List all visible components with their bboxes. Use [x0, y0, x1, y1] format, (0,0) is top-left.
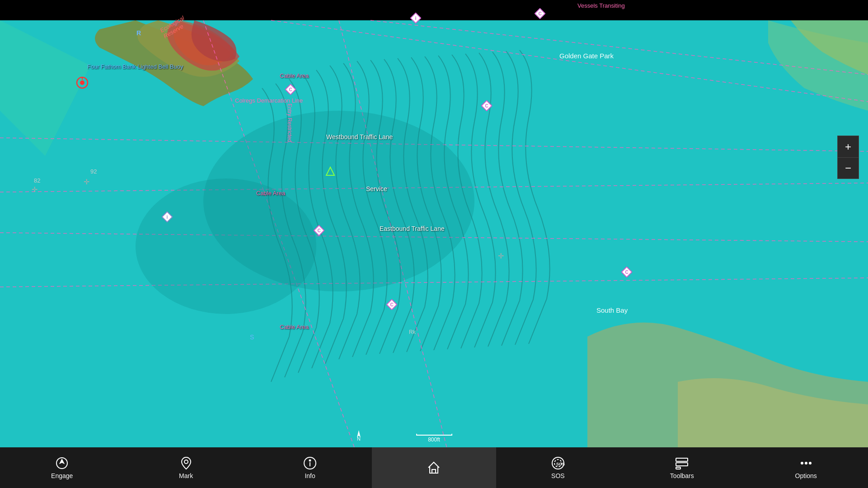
move-marker-1: ✛ — [84, 178, 89, 186]
bottom-toolbar: Engage Mark Info — [0, 447, 868, 488]
svg-text:SOS: SOS — [556, 462, 565, 466]
options-label: Options — [795, 472, 817, 479]
home-icon — [427, 460, 441, 475]
svg-text:N: N — [357, 436, 361, 441]
options-icon — [799, 456, 813, 470]
svg-point-36 — [184, 460, 188, 464]
svg-point-47 — [801, 462, 803, 465]
compass: N — [354, 429, 364, 443]
svg-text:C: C — [390, 302, 393, 307]
toolbars-icon — [675, 456, 689, 470]
svg-point-11 — [136, 178, 316, 314]
move-marker-3: ✛ — [498, 252, 504, 260]
svg-text:i: i — [167, 215, 168, 220]
svg-rect-46 — [676, 467, 680, 469]
svg-text:C: C — [289, 87, 292, 92]
sos-label: SOS — [551, 472, 565, 479]
zoom-out-button[interactable]: − — [837, 157, 859, 179]
c-diamond-1[interactable]: C — [535, 8, 545, 21]
navigate-icon — [55, 456, 69, 470]
scale-bar: 800ft — [416, 434, 452, 443]
svg-rect-40 — [432, 469, 436, 473]
engage-button[interactable]: Engage — [0, 447, 124, 488]
engage-label: Engage — [51, 472, 73, 479]
svg-marker-15 — [326, 167, 334, 175]
svg-rect-44 — [676, 458, 688, 461]
map-container: Four Fathom Bank Lighted Bell Buoy Ecolo… — [0, 0, 868, 488]
svg-text:i: i — [415, 15, 416, 21]
c-diamond-4[interactable]: C — [314, 225, 324, 238]
info-label: Info — [305, 472, 315, 479]
info-button[interactable]: Info — [248, 447, 372, 488]
toolbars-label: Toolbars — [670, 472, 694, 479]
svg-text:C: C — [625, 270, 628, 275]
info-diamond-1[interactable]: i — [410, 13, 421, 25]
c-diamond-2[interactable]: C — [285, 84, 296, 97]
map-canvas — [0, 0, 868, 488]
svg-text:C: C — [317, 228, 320, 233]
options-button[interactable]: Options — [744, 447, 868, 488]
sos-button[interactable]: SOS SOS — [496, 447, 620, 488]
svg-text:C: C — [538, 11, 541, 16]
home-button[interactable] — [372, 447, 496, 488]
svg-rect-45 — [676, 463, 688, 466]
svg-point-49 — [809, 462, 812, 465]
c-diamond-3[interactable]: C — [481, 100, 492, 113]
info-diamond-2[interactable]: i — [162, 211, 173, 224]
toolbars-button[interactable]: Toolbars — [620, 447, 744, 488]
mark-label: Mark — [179, 472, 193, 479]
svg-marker-35 — [60, 460, 64, 463]
zoom-in-button[interactable]: + — [837, 136, 859, 157]
c-diamond-5[interactable]: C — [386, 299, 397, 312]
info-icon — [303, 456, 317, 470]
svg-point-13 — [80, 80, 84, 85]
c-diamond-6[interactable]: C — [621, 267, 632, 279]
svg-text:C: C — [485, 103, 488, 108]
mark-button[interactable]: Mark — [124, 447, 248, 488]
svg-point-48 — [805, 462, 807, 465]
location-icon — [179, 456, 193, 470]
buoy-marker[interactable] — [76, 76, 89, 91]
zoom-controls: + − — [837, 136, 859, 179]
svg-point-39 — [310, 460, 311, 461]
move-marker-2: ✛ — [32, 185, 38, 194]
traffic-triangle-marker — [325, 166, 335, 178]
sos-icon: SOS — [551, 456, 565, 470]
